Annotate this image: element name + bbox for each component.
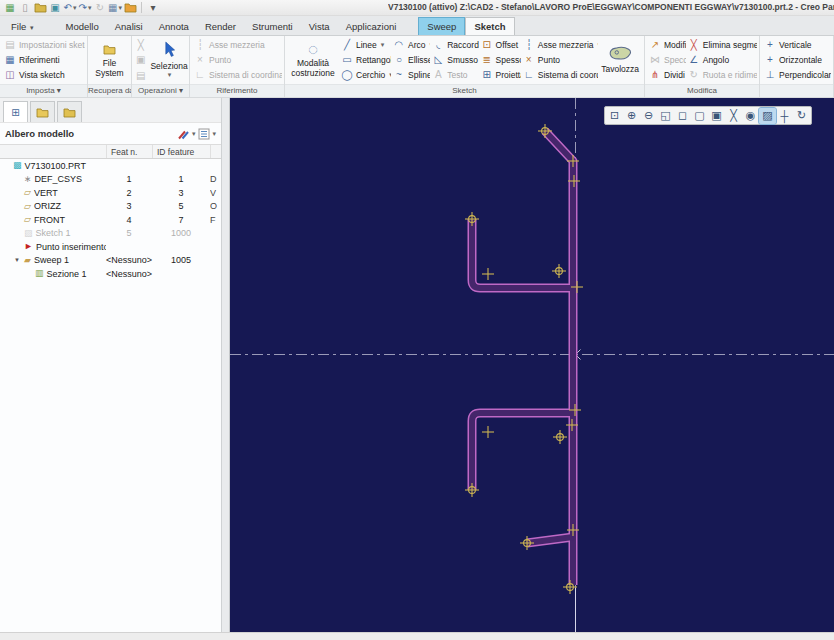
tree-row-sezione-1[interactable]: ▥Sezione 1<Nessuno>	[0, 267, 221, 281]
windows-icon[interactable]: ▦▾	[108, 1, 122, 14]
zoom-out-icon[interactable]: ⊖	[640, 108, 657, 124]
tab-render[interactable]: Render	[197, 18, 244, 35]
sketch-orientation-icon[interactable]: ↻	[793, 108, 810, 124]
view-manager-icon[interactable]: ▣	[708, 108, 725, 124]
zoom-fit-icon[interactable]: ⊡	[606, 108, 623, 124]
open-icon[interactable]	[33, 1, 47, 14]
impostazioni-sketch-button[interactable]: ▤Impostazioni sketch	[2, 37, 85, 52]
angolo-button[interactable]: ∠Angolo	[686, 52, 757, 67]
ribbon-group-label[interactable]: Imposta ▾	[0, 84, 87, 97]
tree-col-feat[interactable]: Feat n.	[106, 145, 152, 158]
tab-analisi[interactable]: Analisi	[107, 18, 151, 35]
specchia-button[interactable]: ⋈Specchia	[647, 52, 686, 67]
ruota-e-ridimensiona-button[interactable]: ↻Ruota e ridimensiona	[686, 68, 757, 83]
folder-browser-tab[interactable]	[30, 101, 55, 122]
file-system-button[interactable]: File System	[90, 37, 129, 83]
ribbon-group-label: Modifica	[645, 84, 759, 97]
tree-row-punto-inserimento[interactable]: ►Punto inserimento	[0, 240, 221, 254]
tree-row-def-csys[interactable]: ∗DEF_CSYS11D	[0, 173, 221, 187]
expand-arrow-icon[interactable]: ▼	[13, 257, 21, 263]
feat-number: 1	[106, 174, 152, 184]
tree-row-orizz[interactable]: ▱ORIZZ35O	[0, 200, 221, 214]
specchia-icon: ⋈	[649, 55, 661, 65]
incolla-icon[interactable]: ▤	[136, 70, 145, 81]
save-icon[interactable]: ▣	[48, 1, 62, 14]
datum-display-filters-icon[interactable]: ╳	[725, 108, 742, 124]
tavolozza-button[interactable]: Tavolozza	[598, 37, 642, 83]
repaint-icon[interactable]: ◱	[657, 108, 674, 124]
tab-sketch[interactable]: Sketch	[465, 17, 514, 35]
verticale-button[interactable]: +Verticale	[762, 37, 831, 52]
ribbon-group-label[interactable]: Operazioni ▾	[132, 84, 189, 97]
sistema-di-coordinate-button[interactable]: ∟Sistema di coordinate	[521, 68, 598, 83]
copia-icon[interactable]: ▣	[136, 54, 145, 65]
navigator-tabs: ⊞	[0, 98, 221, 123]
cerchio-button[interactable]: ◯Cerchio▾	[339, 68, 391, 83]
favorites-tab[interactable]	[57, 101, 82, 122]
perpendicolare-button[interactable]: ⊥Perpendicolare	[762, 68, 831, 83]
tree-col-id[interactable]: ID feature	[152, 145, 210, 158]
tab-modello[interactable]: Modello	[57, 18, 106, 35]
customize-icon[interactable]: ▾	[146, 1, 160, 14]
punto-button[interactable]: ×Punto	[192, 52, 282, 67]
tab-file[interactable]: File ▾	[3, 18, 41, 35]
vista-sketch-button[interactable]: ◫Vista sketch	[2, 68, 85, 83]
regenerate-icon[interactable]: ↻	[93, 1, 107, 14]
undo-icon[interactable]: ↶▾	[63, 1, 77, 14]
app-icon[interactable]: ▦	[3, 1, 17, 14]
testo-button[interactable]: ATesto	[430, 68, 478, 83]
sistema-di-coordinate-button[interactable]: ∟Sistema di coordinate	[192, 68, 282, 83]
tab-applicazioni[interactable]: Applicazioni	[338, 18, 405, 35]
offset-button[interactable]: ⊡Offset	[479, 37, 521, 52]
orizzontale-button[interactable]: +Orizzontale	[762, 52, 831, 67]
asse-mezzeria-button[interactable]: ┆Asse mezzeria▾	[521, 37, 598, 52]
close-window-icon[interactable]	[123, 1, 137, 14]
clipped-column-value: F	[210, 215, 221, 225]
sketch-scene[interactable]	[230, 98, 834, 632]
arco-button[interactable]: ◠Arco▾	[391, 37, 430, 52]
spessora-button[interactable]: ≣Spessora	[479, 52, 521, 67]
modifica-button[interactable]: ↗Modifica	[647, 37, 686, 52]
model-tree-tab[interactable]: ⊞	[3, 101, 28, 122]
annotation-display-icon[interactable]: ◉	[742, 108, 759, 124]
proietta-icon: ⊞	[481, 70, 493, 80]
tab-vista[interactable]: Vista	[301, 18, 338, 35]
tab-sweep[interactable]: Sweep	[418, 17, 465, 35]
riferimenti-button[interactable]: ▦Riferimenti	[2, 52, 85, 67]
sketch-display-icon[interactable]: ▨	[759, 108, 776, 124]
punto-button[interactable]: ×Punto	[521, 52, 598, 67]
asse-mezzeria-button[interactable]: ┆Asse mezzeria	[192, 37, 282, 52]
tree-row-sweep-1[interactable]: ▼▰Sweep 1<Nessuno>1005	[0, 254, 221, 268]
ribbon-group-label: Sketch	[285, 84, 644, 97]
tree-row-sketch-1[interactable]: ▨Sketch 151000	[0, 227, 221, 241]
new-icon[interactable]: ▯	[18, 1, 32, 14]
tree-settings-icon[interactable]: ▾	[177, 128, 196, 140]
tree-row-v7130100-prt[interactable]: ▩V7130100.PRT	[0, 159, 221, 173]
tab-annota[interactable]: Annota	[151, 18, 197, 35]
tree-filters-icon[interactable]: ▾	[198, 128, 216, 140]
dividi-button[interactable]: ⋔Dividi	[647, 68, 686, 83]
asse-mezzeria-icon: ┆	[194, 40, 206, 50]
spin-center-icon[interactable]: ┼	[776, 108, 793, 124]
proietta-button[interactable]: ⊞Proietta	[479, 68, 521, 83]
taglia-icon[interactable]: ╳	[136, 39, 145, 50]
saved-orientations-icon[interactable]: ▢	[691, 108, 708, 124]
spline-button[interactable]: ~Spline	[391, 68, 430, 83]
seleziona-button[interactable]: Seleziona▾	[147, 37, 189, 83]
graphics-canvas[interactable]: ⊡⊕⊖◱◻▢▣╳◉▨┼↻	[230, 98, 834, 632]
panel-splitter[interactable]	[222, 98, 230, 632]
raccordo-button[interactable]: ◟Raccordo▾	[430, 37, 478, 52]
zoom-in-icon[interactable]: ⊕	[623, 108, 640, 124]
tab-strumenti[interactable]: Strumenti	[244, 18, 301, 35]
modalit-costruzione-button[interactable]: ◌Modalità costruzione	[287, 37, 339, 83]
elimina-segmento-button[interactable]: ╳Elimina segmento	[686, 37, 757, 52]
ellisse-button[interactable]: ○Ellisse▾	[391, 52, 430, 67]
rettangolo-button[interactable]: ▭Rettangolo▾	[339, 52, 391, 67]
tree-row-vert[interactable]: ▱VERT23V	[0, 186, 221, 200]
display-style-icon[interactable]: ◻	[674, 108, 691, 124]
linee-button[interactable]: ╱Linee▾	[339, 37, 391, 52]
tree-col-name	[0, 145, 106, 158]
smusso-button[interactable]: ◺Smusso▾	[430, 52, 478, 67]
redo-icon[interactable]: ↷▾	[78, 1, 92, 14]
tree-row-front[interactable]: ▱FRONT47F	[0, 213, 221, 227]
